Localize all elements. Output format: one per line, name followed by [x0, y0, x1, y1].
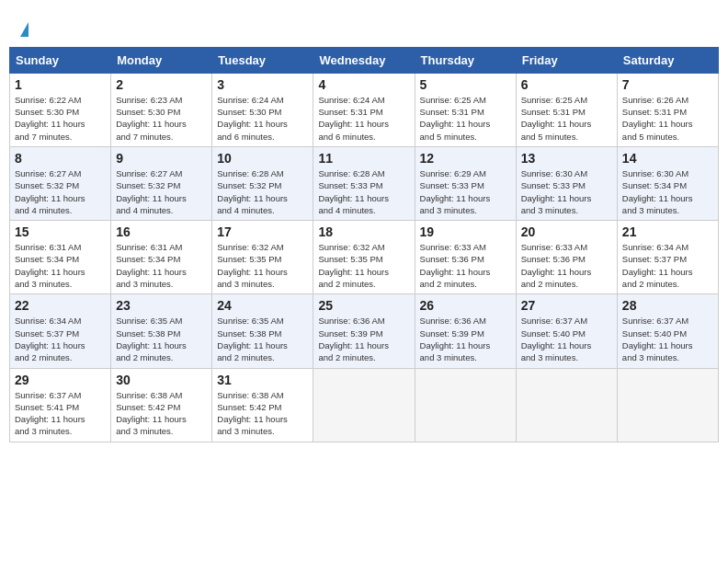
day-number: 3: [217, 77, 308, 92]
calendar-cell: 8Sunrise: 6:27 AM Sunset: 5:32 PM Daylig…: [10, 146, 111, 220]
day-number: 26: [420, 298, 511, 313]
calendar-cell: 20Sunrise: 6:33 AM Sunset: 5:36 PM Dayli…: [516, 221, 617, 294]
calendar-cell: [313, 368, 415, 442]
day-info: Sunrise: 6:26 AM Sunset: 5:31 PM Dayligh…: [622, 94, 713, 143]
day-number: 24: [217, 298, 308, 313]
day-info: Sunrise: 6:31 AM Sunset: 5:34 PM Dayligh…: [116, 241, 207, 290]
calendar-cell: 25Sunrise: 6:36 AM Sunset: 5:39 PM Dayli…: [313, 294, 415, 368]
day-number: 12: [420, 151, 511, 166]
day-info: Sunrise: 6:38 AM Sunset: 5:42 PM Dayligh…: [116, 389, 207, 438]
calendar-cell: 19Sunrise: 6:33 AM Sunset: 5:36 PM Dayli…: [415, 221, 516, 294]
day-number: 7: [622, 77, 713, 92]
day-number: 29: [15, 373, 106, 387]
day-info: Sunrise: 6:28 AM Sunset: 5:32 PM Dayligh…: [217, 167, 308, 216]
calendar-cell: 6Sunrise: 6:25 AM Sunset: 5:31 PM Daylig…: [516, 73, 617, 146]
day-number: 28: [622, 298, 713, 313]
weekday-header-thursday: Thursday: [415, 47, 516, 73]
calendar-cell: 18Sunrise: 6:32 AM Sunset: 5:35 PM Dayli…: [313, 221, 415, 294]
day-number: 25: [318, 298, 409, 313]
day-info: Sunrise: 6:27 AM Sunset: 5:32 PM Dayligh…: [116, 167, 207, 216]
day-info: Sunrise: 6:37 AM Sunset: 5:40 PM Dayligh…: [622, 315, 713, 363]
day-number: 10: [217, 151, 308, 166]
day-info: Sunrise: 6:24 AM Sunset: 5:30 PM Dayligh…: [217, 94, 308, 143]
day-number: 18: [318, 224, 409, 239]
day-info: Sunrise: 6:38 AM Sunset: 5:42 PM Dayligh…: [217, 389, 308, 438]
calendar-cell: 1Sunrise: 6:22 AM Sunset: 5:30 PM Daylig…: [10, 73, 111, 146]
calendar-cell: 4Sunrise: 6:24 AM Sunset: 5:31 PM Daylig…: [313, 73, 415, 146]
calendar-cell: 27Sunrise: 6:37 AM Sunset: 5:40 PM Dayli…: [516, 294, 617, 368]
day-info: Sunrise: 6:34 AM Sunset: 5:37 PM Dayligh…: [622, 241, 713, 290]
calendar-cell: 14Sunrise: 6:30 AM Sunset: 5:34 PM Dayli…: [617, 146, 718, 220]
day-info: Sunrise: 6:37 AM Sunset: 5:41 PM Dayligh…: [15, 389, 106, 438]
day-number: 17: [217, 224, 308, 239]
day-info: Sunrise: 6:36 AM Sunset: 5:39 PM Dayligh…: [420, 315, 511, 363]
day-number: 11: [318, 151, 409, 166]
day-number: 13: [521, 151, 612, 166]
calendar-cell: 7Sunrise: 6:26 AM Sunset: 5:31 PM Daylig…: [617, 73, 718, 146]
calendar-cell: 30Sunrise: 6:38 AM Sunset: 5:42 PM Dayli…: [111, 368, 212, 442]
calendar-cell: [617, 368, 718, 442]
day-info: Sunrise: 6:34 AM Sunset: 5:37 PM Dayligh…: [15, 315, 106, 363]
day-number: 22: [15, 298, 106, 313]
weekday-header-friday: Friday: [516, 47, 617, 73]
calendar-cell: 9Sunrise: 6:27 AM Sunset: 5:32 PM Daylig…: [111, 146, 212, 220]
weekday-header-row: SundayMondayTuesdayWednesdayThursdayFrid…: [10, 47, 719, 73]
logo-text: [18, 18, 28, 40]
day-number: 21: [622, 224, 713, 239]
day-number: 4: [318, 77, 409, 92]
calendar-week-4: 22Sunrise: 6:34 AM Sunset: 5:37 PM Dayli…: [10, 294, 719, 368]
calendar-cell: 31Sunrise: 6:38 AM Sunset: 5:42 PM Dayli…: [212, 368, 313, 442]
weekday-header-saturday: Saturday: [617, 47, 718, 73]
day-info: Sunrise: 6:29 AM Sunset: 5:33 PM Dayligh…: [420, 167, 511, 216]
weekday-header-tuesday: Tuesday: [212, 47, 313, 73]
day-info: Sunrise: 6:31 AM Sunset: 5:34 PM Dayligh…: [15, 241, 106, 290]
day-number: 6: [521, 77, 612, 92]
day-info: Sunrise: 6:25 AM Sunset: 5:31 PM Dayligh…: [521, 94, 612, 143]
day-info: Sunrise: 6:32 AM Sunset: 5:35 PM Dayligh…: [217, 241, 308, 290]
calendar-cell: 12Sunrise: 6:29 AM Sunset: 5:33 PM Dayli…: [415, 146, 516, 220]
calendar-header: SundayMondayTuesdayWednesdayThursdayFrid…: [10, 47, 719, 73]
calendar-cell: 11Sunrise: 6:28 AM Sunset: 5:33 PM Dayli…: [313, 146, 415, 220]
calendar-cell: 23Sunrise: 6:35 AM Sunset: 5:38 PM Dayli…: [111, 294, 212, 368]
day-number: 30: [116, 373, 207, 387]
calendar-table: SundayMondayTuesdayWednesdayThursdayFrid…: [9, 47, 719, 442]
calendar-cell: 22Sunrise: 6:34 AM Sunset: 5:37 PM Dayli…: [10, 294, 111, 368]
day-number: 23: [116, 298, 207, 313]
calendar-cell: 10Sunrise: 6:28 AM Sunset: 5:32 PM Dayli…: [212, 146, 313, 220]
day-number: 8: [15, 151, 106, 166]
day-info: Sunrise: 6:36 AM Sunset: 5:39 PM Dayligh…: [318, 315, 409, 363]
logo: [18, 18, 28, 38]
day-info: Sunrise: 6:30 AM Sunset: 5:34 PM Dayligh…: [622, 167, 713, 216]
day-number: 20: [521, 224, 612, 239]
calendar-cell: 16Sunrise: 6:31 AM Sunset: 5:34 PM Dayli…: [111, 221, 212, 294]
day-info: Sunrise: 6:27 AM Sunset: 5:32 PM Dayligh…: [15, 167, 106, 216]
calendar-cell: [516, 368, 617, 442]
calendar-week-5: 29Sunrise: 6:37 AM Sunset: 5:41 PM Dayli…: [10, 368, 719, 442]
day-number: 31: [217, 373, 308, 387]
weekday-header-monday: Monday: [111, 47, 212, 73]
day-info: Sunrise: 6:33 AM Sunset: 5:36 PM Dayligh…: [521, 241, 612, 290]
calendar-cell: 15Sunrise: 6:31 AM Sunset: 5:34 PM Dayli…: [10, 221, 111, 294]
calendar-cell: 3Sunrise: 6:24 AM Sunset: 5:30 PM Daylig…: [212, 73, 313, 146]
day-info: Sunrise: 6:24 AM Sunset: 5:31 PM Dayligh…: [318, 94, 409, 143]
day-info: Sunrise: 6:22 AM Sunset: 5:30 PM Dayligh…: [15, 94, 106, 143]
calendar-cell: 21Sunrise: 6:34 AM Sunset: 5:37 PM Dayli…: [617, 221, 718, 294]
day-info: Sunrise: 6:35 AM Sunset: 5:38 PM Dayligh…: [116, 315, 207, 363]
day-info: Sunrise: 6:25 AM Sunset: 5:31 PM Dayligh…: [420, 94, 511, 143]
calendar-week-1: 1Sunrise: 6:22 AM Sunset: 5:30 PM Daylig…: [10, 73, 719, 146]
calendar-cell: 24Sunrise: 6:35 AM Sunset: 5:38 PM Dayli…: [212, 294, 313, 368]
day-number: 14: [622, 151, 713, 166]
day-info: Sunrise: 6:30 AM Sunset: 5:33 PM Dayligh…: [521, 167, 612, 216]
calendar-cell: 29Sunrise: 6:37 AM Sunset: 5:41 PM Dayli…: [10, 368, 111, 442]
weekday-header-sunday: Sunday: [10, 47, 111, 73]
calendar-cell: 13Sunrise: 6:30 AM Sunset: 5:33 PM Dayli…: [516, 146, 617, 220]
day-number: 27: [521, 298, 612, 313]
day-number: 16: [116, 224, 207, 239]
day-info: Sunrise: 6:35 AM Sunset: 5:38 PM Dayligh…: [217, 315, 308, 363]
day-number: 15: [15, 224, 106, 239]
calendar-body: 1Sunrise: 6:22 AM Sunset: 5:30 PM Daylig…: [10, 73, 719, 442]
calendar-cell: 17Sunrise: 6:32 AM Sunset: 5:35 PM Dayli…: [212, 221, 313, 294]
calendar-cell: 28Sunrise: 6:37 AM Sunset: 5:40 PM Dayli…: [617, 294, 718, 368]
calendar-cell: 2Sunrise: 6:23 AM Sunset: 5:30 PM Daylig…: [111, 73, 212, 146]
calendar-cell: 26Sunrise: 6:36 AM Sunset: 5:39 PM Dayli…: [415, 294, 516, 368]
